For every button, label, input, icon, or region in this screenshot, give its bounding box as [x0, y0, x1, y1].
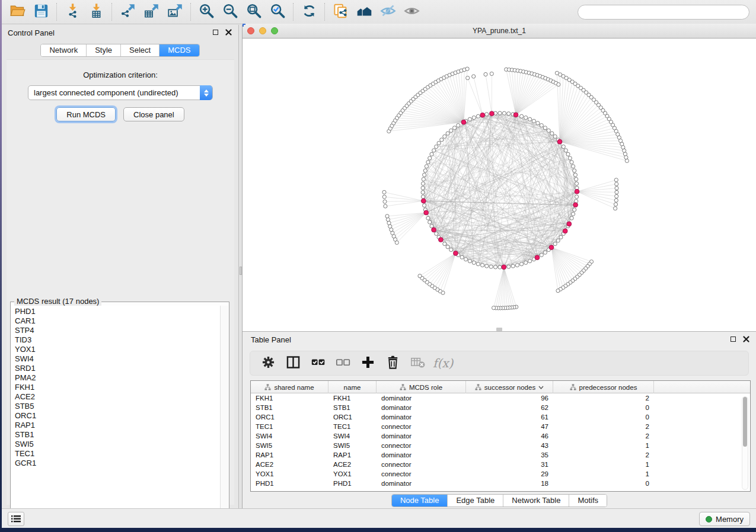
- zoom-in-button[interactable]: [194, 2, 218, 22]
- tab-select[interactable]: Select: [121, 44, 160, 56]
- mcds-result-item[interactable]: SRD1: [15, 364, 220, 373]
- control-panel-close-button[interactable]: [224, 28, 232, 36]
- import-table-button[interactable]: [84, 2, 108, 22]
- show-columns-icon: [285, 354, 301, 372]
- run-mcds-button[interactable]: Run MCDS: [56, 107, 116, 121]
- add-column-icon: [360, 354, 376, 372]
- table-row[interactable]: FKH1FKH1dominator962: [251, 393, 750, 403]
- tab-network[interactable]: Network: [41, 44, 87, 56]
- add-column-button[interactable]: [357, 353, 378, 373]
- hide-selected-button[interactable]: [376, 2, 400, 22]
- close-panel-button[interactable]: Close panel: [123, 107, 184, 121]
- table-row[interactable]: ORC1ORC1dominator610: [251, 412, 750, 422]
- mcds-result-list[interactable]: PHD1CAR1STP4TID3YOX1SWI4SRD1PMA2FKH1ACE2…: [11, 306, 220, 518]
- mcds-list-scrollbar[interactable]: [220, 306, 228, 518]
- mcds-result-item[interactable]: PHD1: [15, 307, 220, 316]
- zoom-out-button[interactable]: [218, 2, 242, 22]
- zoom-in-icon: [199, 3, 215, 21]
- control-panel-titlebar: Control Panel: [2, 25, 238, 40]
- mcds-result-item[interactable]: YOX1: [15, 345, 220, 354]
- window-maximize-icon[interactable]: [271, 27, 278, 34]
- zoom-selected-icon: [270, 3, 286, 21]
- column-header-shared-name[interactable]: shared name: [251, 381, 328, 393]
- window-minimize-icon[interactable]: [259, 27, 266, 34]
- table-panel-close-button[interactable]: [742, 335, 750, 343]
- mcds-result-item[interactable]: ORC1: [15, 411, 220, 421]
- mcds-result-item[interactable]: SWI5: [15, 440, 220, 449]
- import-network-button[interactable]: [60, 2, 84, 22]
- mcds-result-item[interactable]: TID3: [15, 335, 220, 345]
- column-header-MCDS-role[interactable]: MCDS role: [377, 381, 466, 393]
- select-all-columns-button[interactable]: [307, 353, 328, 373]
- delete-column-button[interactable]: [382, 353, 403, 373]
- open-file-button[interactable]: [5, 2, 29, 22]
- tab-node-table[interactable]: Node Table: [392, 495, 448, 507]
- search-input[interactable]: [578, 5, 749, 20]
- mcds-result-item[interactable]: RAP1: [15, 421, 220, 430]
- mcds-result-item[interactable]: ACE2: [15, 392, 220, 402]
- export-network-button[interactable]: [116, 2, 139, 22]
- column-header-name[interactable]: name: [328, 381, 377, 393]
- save-session-button[interactable]: [29, 2, 53, 22]
- network-view-window: YPA_prune.txt_1: [243, 24, 756, 331]
- mcds-result-item[interactable]: PMA2: [15, 373, 220, 383]
- table-row[interactable]: ACE2ACE2connector311: [251, 460, 750, 469]
- unselect-all-columns-button[interactable]: [332, 353, 353, 373]
- mcds-result-item[interactable]: SWI4: [15, 354, 220, 364]
- tab-motifs[interactable]: Motifs: [569, 495, 607, 507]
- export-table-button[interactable]: [139, 2, 163, 22]
- tab-network-table[interactable]: Network Table: [503, 495, 569, 507]
- export-image-button[interactable]: [163, 2, 187, 22]
- mcds-result-item[interactable]: TEC1: [15, 449, 220, 459]
- table-row[interactable]: RAP1RAP1dominator352: [251, 450, 750, 460]
- table-scrollbar[interactable]: [742, 396, 748, 490]
- function-builder-button[interactable]: f(x): [432, 353, 453, 373]
- mcds-result-fieldset: MCDS result (17 nodes) PHD1CAR1STP4TID3Y…: [10, 302, 229, 522]
- mcds-result-item[interactable]: GCR1: [15, 459, 220, 468]
- show-columns-button[interactable]: [282, 353, 304, 373]
- mcds-result-item[interactable]: STB5: [15, 402, 220, 411]
- mcds-result-item[interactable]: STB1: [15, 430, 220, 440]
- memory-status-icon: [706, 516, 712, 523]
- tab-edge-table[interactable]: Edge Table: [448, 495, 503, 507]
- first-neighbors-button[interactable]: [352, 2, 376, 22]
- tab-mcds[interactable]: MCDS: [160, 44, 199, 56]
- table-row[interactable]: YOX1YOX1connector291: [251, 469, 750, 479]
- table-row[interactable]: STB1STB1dominator620: [251, 403, 750, 412]
- mcds-result-item[interactable]: CAR1: [15, 316, 220, 326]
- criterion-select[interactable]: largest connected component (undirected): [28, 85, 213, 100]
- import-network-icon: [65, 3, 81, 21]
- zoom-selected-button[interactable]: [266, 2, 289, 22]
- import-table-icon: [88, 3, 104, 21]
- table-panel-float-button[interactable]: [729, 335, 737, 343]
- table-row[interactable]: TEC1TEC1connector472: [251, 422, 750, 431]
- app-window: Control Panel NetworkStyleSelectMCDS Opt…: [2, 0, 756, 528]
- mcds-result-item[interactable]: FKH1: [15, 383, 220, 392]
- table-row[interactable]: PHD1PHD1dominator180: [251, 479, 750, 488]
- cell-successor-nodes: 43: [466, 442, 553, 449]
- panel-splitter[interactable]: [238, 25, 243, 508]
- control-panel-float-button[interactable]: [211, 28, 219, 36]
- cell-predecessor-nodes: 2: [553, 395, 654, 402]
- network-window-titlebar[interactable]: YPA_prune.txt_1: [243, 24, 756, 39]
- show-all-button[interactable]: [400, 2, 423, 22]
- table-options-button[interactable]: [257, 353, 279, 373]
- table-row[interactable]: SWI4SWI4dominator462: [251, 431, 750, 441]
- mcds-result-item[interactable]: STP4: [15, 326, 220, 335]
- network-canvas[interactable]: [243, 39, 756, 331]
- table-scrollbar-thumb[interactable]: [743, 397, 747, 447]
- window-close-icon[interactable]: [247, 27, 254, 34]
- panel-list-button[interactable]: [8, 512, 24, 526]
- delete-table-button[interactable]: [407, 353, 428, 373]
- column-header-predecessor-nodes[interactable]: predecessor nodes: [553, 381, 654, 393]
- duplicate-network-button[interactable]: [328, 2, 352, 22]
- select-stepper-icon: [200, 85, 212, 100]
- column-header-successor-nodes[interactable]: successor nodes: [466, 381, 553, 393]
- zoom-fit-button[interactable]: [242, 2, 266, 22]
- function-icon: f(x): [433, 356, 453, 370]
- memory-button[interactable]: Memory: [699, 512, 750, 526]
- table-row[interactable]: SWI5SWI5connector431: [251, 441, 750, 450]
- node-table-header: shared namenameMCDS rolesuccessor nodesp…: [251, 381, 750, 393]
- tab-style[interactable]: Style: [87, 44, 121, 56]
- refresh-button[interactable]: [297, 2, 321, 22]
